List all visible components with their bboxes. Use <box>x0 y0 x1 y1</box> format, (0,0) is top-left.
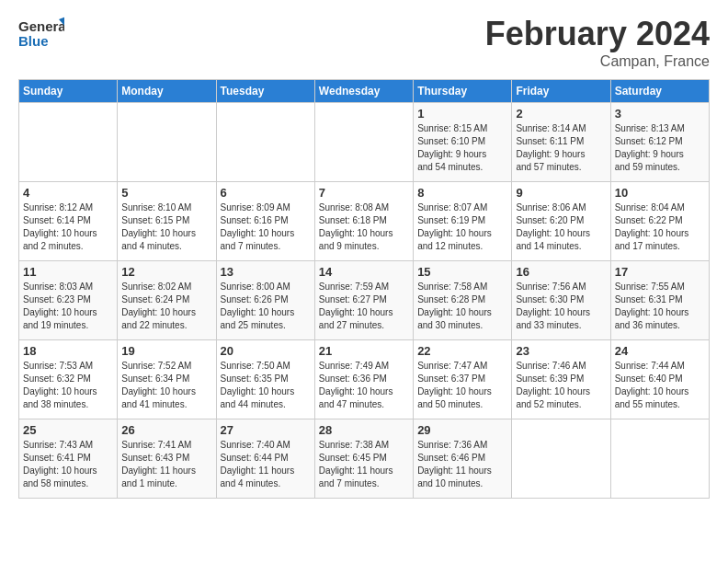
table-row: 13Sunrise: 8:00 AM Sunset: 6:26 PM Dayli… <box>216 261 314 340</box>
day-number: 6 <box>221 186 311 200</box>
month-title: February 2024 <box>485 15 710 53</box>
day-info: Sunrise: 8:06 AM Sunset: 6:20 PM Dayligh… <box>516 201 606 253</box>
svg-text:General: General <box>18 18 64 34</box>
day-number: 18 <box>23 344 113 358</box>
calendar-week-row: 11Sunrise: 8:03 AM Sunset: 6:23 PM Dayli… <box>19 261 710 340</box>
day-info: Sunrise: 8:09 AM Sunset: 6:16 PM Dayligh… <box>221 201 311 253</box>
day-number: 20 <box>221 344 311 358</box>
table-row <box>216 103 314 182</box>
col-wednesday: Wednesday <box>314 80 413 103</box>
day-number: 3 <box>615 107 705 121</box>
table-row: 3Sunrise: 8:13 AM Sunset: 6:12 PM Daylig… <box>610 103 709 182</box>
day-info: Sunrise: 8:03 AM Sunset: 6:23 PM Dayligh… <box>23 281 113 332</box>
day-info: Sunrise: 7:41 AM Sunset: 6:43 PM Dayligh… <box>121 439 211 490</box>
day-number: 25 <box>23 423 113 437</box>
col-tuesday: Tuesday <box>216 80 314 103</box>
day-info: Sunrise: 7:53 AM Sunset: 6:32 PM Dayligh… <box>23 360 113 411</box>
day-info: Sunrise: 7:47 AM Sunset: 6:37 PM Dayligh… <box>417 360 507 411</box>
day-number: 19 <box>121 344 211 358</box>
location: Campan, France <box>485 53 710 70</box>
day-info: Sunrise: 7:36 AM Sunset: 6:46 PM Dayligh… <box>417 439 507 490</box>
day-info: Sunrise: 7:46 AM Sunset: 6:39 PM Dayligh… <box>516 360 606 411</box>
day-info: Sunrise: 8:00 AM Sunset: 6:26 PM Dayligh… <box>221 281 311 332</box>
table-row: 22Sunrise: 7:47 AM Sunset: 6:37 PM Dayli… <box>414 340 512 419</box>
table-row: 14Sunrise: 7:59 AM Sunset: 6:27 PM Dayli… <box>314 261 413 340</box>
day-number: 5 <box>121 186 211 200</box>
calendar-header-row: Sunday Monday Tuesday Wednesday Thursday… <box>19 80 710 103</box>
title-block: February 2024 Campan, France <box>485 15 710 70</box>
day-number: 22 <box>417 344 507 358</box>
table-row: 24Sunrise: 7:44 AM Sunset: 6:40 PM Dayli… <box>610 340 709 419</box>
day-info: Sunrise: 8:12 AM Sunset: 6:14 PM Dayligh… <box>23 201 113 253</box>
day-info: Sunrise: 7:40 AM Sunset: 6:44 PM Dayligh… <box>221 439 311 490</box>
logo-svg: General Blue <box>18 15 64 55</box>
day-info: Sunrise: 8:07 AM Sunset: 6:19 PM Dayligh… <box>417 201 507 253</box>
day-info: Sunrise: 8:02 AM Sunset: 6:24 PM Dayligh… <box>121 281 211 332</box>
day-number: 13 <box>221 265 311 279</box>
day-info: Sunrise: 8:14 AM Sunset: 6:11 PM Dayligh… <box>516 122 606 174</box>
day-number: 8 <box>417 186 507 200</box>
day-number: 14 <box>319 265 409 279</box>
table-row <box>118 103 216 182</box>
day-number: 24 <box>615 344 705 358</box>
table-row: 4Sunrise: 8:12 AM Sunset: 6:14 PM Daylig… <box>19 182 118 261</box>
day-info: Sunrise: 7:50 AM Sunset: 6:35 PM Dayligh… <box>221 360 311 411</box>
day-info: Sunrise: 7:58 AM Sunset: 6:28 PM Dayligh… <box>417 281 507 332</box>
table-row: 15Sunrise: 7:58 AM Sunset: 6:28 PM Dayli… <box>414 261 512 340</box>
table-row: 29Sunrise: 7:36 AM Sunset: 6:46 PM Dayli… <box>414 419 512 499</box>
day-info: Sunrise: 8:13 AM Sunset: 6:12 PM Dayligh… <box>615 122 705 174</box>
table-row: 18Sunrise: 7:53 AM Sunset: 6:32 PM Dayli… <box>19 340 118 419</box>
table-row: 5Sunrise: 8:10 AM Sunset: 6:15 PM Daylig… <box>118 182 216 261</box>
day-number: 7 <box>319 186 409 200</box>
table-row: 9Sunrise: 8:06 AM Sunset: 6:20 PM Daylig… <box>512 182 610 261</box>
table-row: 21Sunrise: 7:49 AM Sunset: 6:36 PM Dayli… <box>314 340 413 419</box>
logo: General Blue <box>18 15 64 55</box>
table-row: 19Sunrise: 7:52 AM Sunset: 6:34 PM Dayli… <box>118 340 216 419</box>
table-row: 26Sunrise: 7:41 AM Sunset: 6:43 PM Dayli… <box>118 419 216 499</box>
day-number: 29 <box>417 423 507 437</box>
table-row <box>19 103 118 182</box>
day-number: 16 <box>516 265 606 279</box>
calendar-week-row: 18Sunrise: 7:53 AM Sunset: 6:32 PM Dayli… <box>19 340 710 419</box>
page: General Blue February 2024 Campan, Franc… <box>0 0 728 508</box>
day-number: 12 <box>121 265 211 279</box>
day-number: 9 <box>516 186 606 200</box>
day-number: 17 <box>615 265 705 279</box>
table-row: 2Sunrise: 8:14 AM Sunset: 6:11 PM Daylig… <box>512 103 610 182</box>
calendar-table: Sunday Monday Tuesday Wednesday Thursday… <box>18 79 710 499</box>
day-number: 10 <box>615 186 705 200</box>
day-number: 4 <box>23 186 113 200</box>
table-row <box>512 419 610 499</box>
col-sunday: Sunday <box>19 80 118 103</box>
table-row: 16Sunrise: 7:56 AM Sunset: 6:30 PM Dayli… <box>512 261 610 340</box>
calendar-week-row: 4Sunrise: 8:12 AM Sunset: 6:14 PM Daylig… <box>19 182 710 261</box>
table-row: 12Sunrise: 8:02 AM Sunset: 6:24 PM Dayli… <box>118 261 216 340</box>
table-row: 6Sunrise: 8:09 AM Sunset: 6:16 PM Daylig… <box>216 182 314 261</box>
day-info: Sunrise: 7:52 AM Sunset: 6:34 PM Dayligh… <box>121 360 211 411</box>
day-info: Sunrise: 8:08 AM Sunset: 6:18 PM Dayligh… <box>319 201 409 253</box>
col-friday: Friday <box>512 80 610 103</box>
day-info: Sunrise: 7:38 AM Sunset: 6:45 PM Dayligh… <box>319 439 409 490</box>
day-info: Sunrise: 8:04 AM Sunset: 6:22 PM Dayligh… <box>615 201 705 253</box>
day-info: Sunrise: 7:59 AM Sunset: 6:27 PM Dayligh… <box>319 281 409 332</box>
day-number: 28 <box>319 423 409 437</box>
day-number: 23 <box>516 344 606 358</box>
day-number: 27 <box>221 423 311 437</box>
table-row: 20Sunrise: 7:50 AM Sunset: 6:35 PM Dayli… <box>216 340 314 419</box>
day-info: Sunrise: 7:56 AM Sunset: 6:30 PM Dayligh… <box>516 281 606 332</box>
table-row: 23Sunrise: 7:46 AM Sunset: 6:39 PM Dayli… <box>512 340 610 419</box>
day-info: Sunrise: 8:10 AM Sunset: 6:15 PM Dayligh… <box>121 201 211 253</box>
table-row: 1Sunrise: 8:15 AM Sunset: 6:10 PM Daylig… <box>414 103 512 182</box>
svg-text:Blue: Blue <box>18 33 49 49</box>
col-monday: Monday <box>118 80 216 103</box>
day-number: 1 <box>417 107 507 121</box>
table-row: 25Sunrise: 7:43 AM Sunset: 6:41 PM Dayli… <box>19 419 118 499</box>
day-number: 2 <box>516 107 606 121</box>
table-row <box>314 103 413 182</box>
day-number: 26 <box>121 423 211 437</box>
day-info: Sunrise: 7:49 AM Sunset: 6:36 PM Dayligh… <box>319 360 409 411</box>
header: General Blue February 2024 Campan, Franc… <box>18 15 710 70</box>
day-info: Sunrise: 8:15 AM Sunset: 6:10 PM Dayligh… <box>417 122 507 174</box>
day-info: Sunrise: 7:44 AM Sunset: 6:40 PM Dayligh… <box>615 360 705 411</box>
table-row: 10Sunrise: 8:04 AM Sunset: 6:22 PM Dayli… <box>610 182 709 261</box>
